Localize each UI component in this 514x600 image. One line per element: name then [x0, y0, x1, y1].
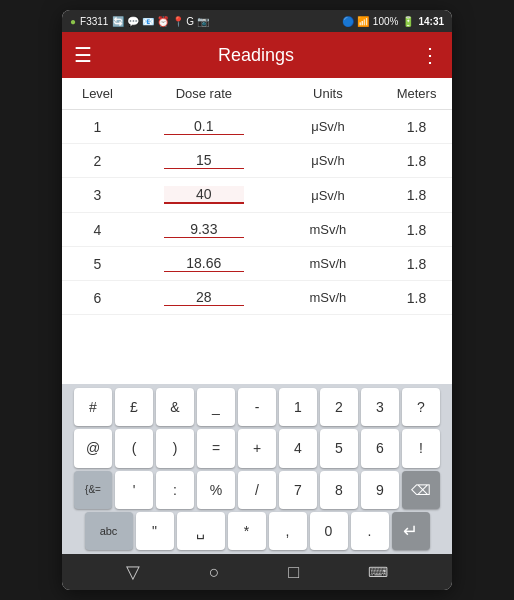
table-row: 5mSv/h1.8: [62, 247, 452, 281]
key-rparen[interactable]: ): [156, 429, 194, 467]
dose-cell[interactable]: [133, 213, 275, 247]
status-app-name: F3311: [80, 16, 108, 27]
dose-input[interactable]: [164, 186, 244, 204]
key-dot[interactable]: .: [351, 512, 389, 550]
key-colon[interactable]: :: [156, 471, 194, 509]
key-underscore[interactable]: _: [197, 388, 235, 426]
key-6[interactable]: 6: [361, 429, 399, 467]
key-3[interactable]: 3: [361, 388, 399, 426]
phone-frame: ● F3311 🔄 💬 📧 ⏰ 📍 G 📷 🔵 📶 100% 🔋 14:31 ☰…: [62, 10, 452, 590]
dose-cell[interactable]: [133, 110, 275, 144]
key-pound[interactable]: £: [115, 388, 153, 426]
dose-input[interactable]: [164, 152, 244, 169]
key-slash[interactable]: /: [238, 471, 276, 509]
level-cell: 6: [62, 281, 133, 315]
level-cell: 5: [62, 247, 133, 281]
key-exclaim[interactable]: !: [402, 429, 440, 467]
units-cell: mSv/h: [275, 281, 381, 315]
dose-cell[interactable]: [133, 281, 275, 315]
battery-icon: 🔋: [402, 16, 414, 27]
key-space[interactable]: ␣: [177, 512, 225, 550]
key-comma[interactable]: ,: [269, 512, 307, 550]
keyboard-row-3: {&= ' : % / 7 8 9 ⌫: [64, 471, 450, 509]
time-display: 14:31: [418, 16, 444, 27]
meters-cell: 1.8: [381, 247, 452, 281]
key-minus[interactable]: -: [238, 388, 276, 426]
readings-table: Level Dose rate Units Meters 1μSv/h1.82μ…: [62, 78, 452, 315]
units-cell: μSv/h: [275, 110, 381, 144]
table-row: 2μSv/h1.8: [62, 144, 452, 178]
level-cell: 3: [62, 178, 133, 213]
level-cell: 4: [62, 213, 133, 247]
dose-input[interactable]: [164, 118, 244, 135]
dose-input[interactable]: [164, 255, 244, 272]
key-8[interactable]: 8: [320, 471, 358, 509]
key-percent[interactable]: %: [197, 471, 235, 509]
key-abc[interactable]: abc: [85, 512, 133, 550]
dose-cell[interactable]: [133, 178, 275, 213]
meters-cell: 1.8: [381, 110, 452, 144]
key-0[interactable]: 0: [310, 512, 348, 550]
units-cell: μSv/h: [275, 144, 381, 178]
key-backspace[interactable]: ⌫: [402, 471, 440, 509]
keyboard-row-1: # £ & _ - 1 2 3 ?: [64, 388, 450, 426]
units-cell: μSv/h: [275, 178, 381, 213]
key-plus[interactable]: +: [238, 429, 276, 467]
key-4[interactable]: 4: [279, 429, 317, 467]
status-left: ● F3311 🔄 💬 📧 ⏰ 📍 G 📷: [70, 16, 209, 27]
keyboard-hide-button[interactable]: ⌨: [368, 564, 388, 580]
key-9[interactable]: 9: [361, 471, 399, 509]
table-row: 4mSv/h1.8: [62, 213, 452, 247]
key-7[interactable]: 7: [279, 471, 317, 509]
key-lparen[interactable]: (: [115, 429, 153, 467]
readings-table-container: Level Dose rate Units Meters 1μSv/h1.82μ…: [62, 78, 452, 384]
meters-cell: 1.8: [381, 144, 452, 178]
keyboard-row-2: @ ( ) = + 4 5 6 !: [64, 429, 450, 467]
col-header-units: Units: [275, 78, 381, 110]
app-title: Readings: [92, 45, 420, 66]
home-button[interactable]: ○: [209, 562, 220, 583]
dose-cell[interactable]: [133, 247, 275, 281]
key-apos[interactable]: ': [115, 471, 153, 509]
table-row: 3μSv/h1.8: [62, 178, 452, 213]
level-cell: 2: [62, 144, 133, 178]
menu-icon[interactable]: ☰: [74, 43, 92, 67]
key-hash[interactable]: #: [74, 388, 112, 426]
keyboard: # £ & _ - 1 2 3 ? @ ( ) = + 4 5 6 ! {&= …: [62, 384, 452, 554]
back-button[interactable]: ▽: [126, 561, 140, 583]
nav-bar: ▽ ○ □ ⌨: [62, 554, 452, 590]
dose-input[interactable]: [164, 221, 244, 238]
key-star[interactable]: *: [228, 512, 266, 550]
key-enter[interactable]: ↵: [392, 512, 430, 550]
status-bar: ● F3311 🔄 💬 📧 ⏰ 📍 G 📷 🔵 📶 100% 🔋 14:31: [62, 10, 452, 32]
key-5[interactable]: 5: [320, 429, 358, 467]
key-amp[interactable]: &: [156, 388, 194, 426]
key-2[interactable]: 2: [320, 388, 358, 426]
wifi-icon: 🔵 📶: [342, 16, 369, 27]
key-1[interactable]: 1: [279, 388, 317, 426]
col-header-level: Level: [62, 78, 133, 110]
level-cell: 1: [62, 110, 133, 144]
table-row: 6mSv/h1.8: [62, 281, 452, 315]
key-symbols[interactable]: {&=: [74, 471, 112, 509]
status-right: 🔵 📶 100% 🔋 14:31: [342, 16, 444, 27]
recents-button[interactable]: □: [288, 562, 299, 583]
keyboard-row-4: abc " ␣ * , 0 . ↵: [64, 512, 450, 550]
meters-cell: 1.8: [381, 281, 452, 315]
key-question[interactable]: ?: [402, 388, 440, 426]
key-quote[interactable]: ": [136, 512, 174, 550]
table-row: 1μSv/h1.8: [62, 110, 452, 144]
key-at[interactable]: @: [74, 429, 112, 467]
units-cell: mSv/h: [275, 213, 381, 247]
more-options-icon[interactable]: ⋮: [420, 43, 440, 67]
dose-input[interactable]: [164, 289, 244, 306]
col-header-meters: Meters: [381, 78, 452, 110]
meters-cell: 1.8: [381, 178, 452, 213]
units-cell: mSv/h: [275, 247, 381, 281]
status-icons: 🔄 💬 📧 ⏰ 📍 G 📷: [112, 16, 208, 27]
key-equals[interactable]: =: [197, 429, 235, 467]
app-indicator: ●: [70, 16, 76, 27]
battery-text: 100%: [373, 16, 399, 27]
dose-cell[interactable]: [133, 144, 275, 178]
meters-cell: 1.8: [381, 213, 452, 247]
